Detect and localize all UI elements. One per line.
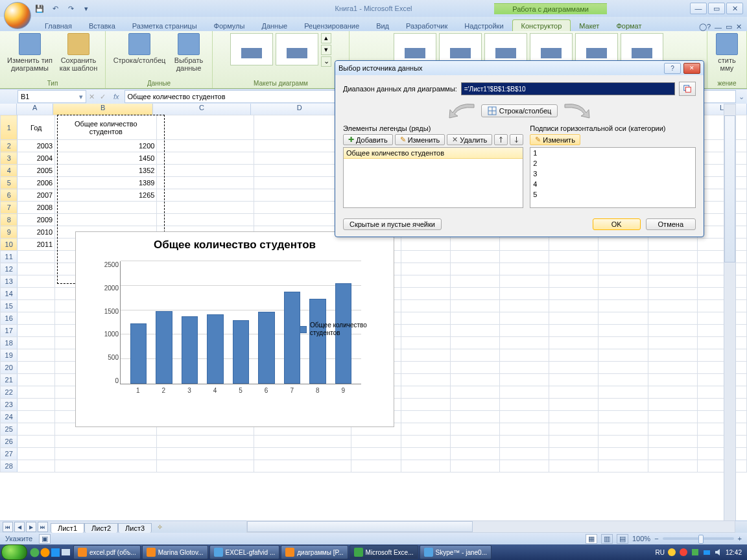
edit-series-button[interactable]: ✎Изменить (395, 134, 445, 145)
ribbon-tab[interactable]: Надстройки (456, 20, 512, 31)
help-icon[interactable]: ◯? (699, 23, 711, 31)
first-sheet-button[interactable]: ⏮ (3, 522, 13, 532)
list-item[interactable]: 4 (530, 179, 695, 189)
close-button[interactable]: ✕ (726, 3, 743, 14)
restore-button[interactable]: ▭ (708, 3, 725, 14)
next-sheet-button[interactable]: ▶ (26, 522, 36, 532)
categories-listbox[interactable]: 12345 (530, 147, 696, 208)
sheet-tab[interactable]: Лист3 (118, 523, 152, 533)
range-input[interactable] (461, 82, 675, 95)
new-sheet-button[interactable]: ✧ (152, 522, 168, 532)
chart-legend[interactable]: Общее количество студентов (300, 321, 381, 337)
chart-bar[interactable] (182, 316, 198, 384)
move-down-button[interactable]: 🡓 (510, 134, 523, 145)
chart-object[interactable]: Общее количество студентов 2500200015001… (75, 231, 394, 427)
view-normal-button[interactable]: ▦ (586, 534, 597, 544)
layout-gallery[interactable]: ▴▾⌄ (230, 33, 331, 67)
list-item[interactable]: 1 (530, 148, 695, 158)
series-listbox[interactable]: Общее количество студентов (343, 147, 523, 208)
office-button[interactable] (4, 2, 31, 29)
last-sheet-button[interactable]: ⏭ (38, 522, 48, 532)
column-header[interactable]: B (53, 104, 153, 115)
chart-bar[interactable] (258, 312, 274, 384)
view-layout-button[interactable]: ▥ (601, 534, 613, 544)
add-series-button[interactable]: ✚Добавить (343, 134, 393, 145)
select-data-button[interactable]: Выбрать данные (172, 33, 206, 72)
list-item[interactable]: Общее количество студентов (343, 147, 523, 159)
taskbar-item[interactable]: диаграммы [Р... (281, 545, 348, 559)
ribbon-tab[interactable]: Данные (253, 20, 296, 31)
dialog-help-button[interactable]: ? (664, 63, 681, 74)
cancel-icon[interactable]: ✕ (86, 93, 97, 101)
language-indicator[interactable]: RU (656, 549, 665, 556)
mdi-close-icon[interactable]: ✕ (736, 23, 742, 31)
taskbar-item[interactable]: EXCEL-gfafvid ... (209, 545, 280, 559)
mdi-minimize-icon[interactable]: — (715, 23, 722, 31)
chart-bar[interactable] (233, 320, 249, 384)
chart-bar[interactable] (309, 299, 326, 384)
desktop-icon[interactable] (61, 548, 71, 557)
chart-bar[interactable] (156, 311, 172, 384)
word-icon[interactable] (51, 548, 60, 557)
taskbar-item[interactable]: Microsoft Exce... (350, 545, 418, 559)
taskbar-item[interactable]: Skype™ - jane0... (420, 545, 492, 559)
save-template-button[interactable]: Сохранить как шаблон (58, 33, 99, 72)
tray-icon[interactable] (667, 548, 676, 557)
firefox-icon[interactable] (40, 548, 50, 557)
ribbon-tab[interactable]: Формулы (206, 20, 254, 31)
accept-icon[interactable]: ✓ (97, 93, 108, 101)
switch-row-col-button[interactable]: Строка/столбец (481, 104, 558, 117)
dialog-close-button[interactable]: ✕ (683, 63, 700, 74)
name-box[interactable]: B1▾ (18, 90, 86, 103)
move-up-button[interactable]: 🡑 (494, 134, 508, 145)
ribbon-tab[interactable]: Вставка (80, 20, 124, 31)
chart-bar[interactable] (284, 292, 300, 384)
ribbon-tab-context[interactable]: Макет (571, 20, 608, 31)
hidden-cells-button[interactable]: Скрытые и пустые ячейки (343, 218, 442, 230)
ribbon-tab[interactable]: Разработчик (397, 20, 456, 31)
switch-row-col-button[interactable]: Строка/столбец (112, 33, 167, 72)
tray-icon[interactable] (691, 548, 700, 557)
chart-bar[interactable] (130, 323, 147, 384)
move-chart-button[interactable]: стить мму (714, 33, 740, 72)
select-all-corner[interactable] (0, 104, 17, 115)
network-icon[interactable] (702, 548, 711, 557)
zoom-in-button[interactable]: + (738, 535, 742, 542)
sheet-tab[interactable]: Лист1 (51, 523, 84, 533)
column-header[interactable]: L (697, 104, 747, 115)
horizontal-scrollbar[interactable] (246, 520, 735, 533)
column-header[interactable]: C (153, 104, 251, 115)
delete-series-button[interactable]: ✕Удалить (447, 134, 492, 145)
ribbon-tab[interactable]: Разметка страницы (124, 20, 206, 31)
utorrent-icon[interactable] (30, 548, 40, 557)
range-ref-button[interactable] (679, 82, 696, 96)
clock[interactable]: 12:42 (726, 549, 742, 556)
mdi-restore-icon[interactable]: ▭ (726, 23, 732, 31)
macro-record-icon[interactable]: ▣ (39, 534, 51, 544)
dialog-titlebar[interactable]: Выбор источника данных ? ✕ (335, 61, 704, 75)
list-item[interactable]: 2 (530, 158, 695, 169)
volume-icon[interactable] (714, 548, 723, 557)
taskbar-item[interactable]: Marina Glotov... (142, 545, 208, 559)
fx-icon[interactable]: fx (108, 93, 124, 100)
taskbar-item[interactable]: excel.pdf (объ... (73, 545, 141, 559)
column-header[interactable]: A (17, 104, 53, 115)
start-button[interactable] (1, 544, 27, 560)
ribbon-tab-context[interactable]: Формат (608, 20, 650, 31)
minimize-button[interactable]: — (690, 3, 707, 14)
ok-button[interactable]: OK (593, 218, 641, 230)
expand-formula-icon[interactable]: ⌄ (736, 93, 747, 101)
ribbon-tab[interactable]: Вид (368, 20, 397, 31)
sheet-tab[interactable]: Лист2 (84, 523, 118, 533)
list-item[interactable]: 5 (530, 189, 695, 200)
zoom-level[interactable]: 100% (632, 535, 650, 542)
list-item[interactable]: 3 (530, 169, 695, 179)
vertical-scrollbar[interactable] (724, 104, 736, 521)
edit-categories-button[interactable]: ✎Изменить (530, 134, 580, 145)
chevron-down-icon[interactable]: ▾ (79, 93, 83, 101)
zoom-slider[interactable] (663, 537, 734, 540)
chart-bar[interactable] (207, 314, 223, 384)
change-chart-type-button[interactable]: Изменить тип диаграммы (6, 33, 53, 72)
prev-sheet-button[interactable]: ◀ (14, 522, 25, 532)
cancel-button[interactable]: Отмена (646, 218, 696, 230)
